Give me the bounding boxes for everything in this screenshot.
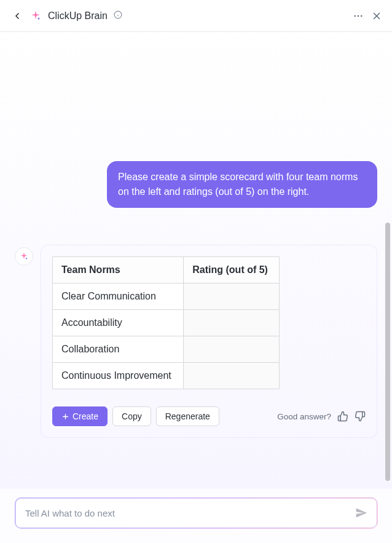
norm-cell: Clear Communication xyxy=(53,283,184,310)
svg-point-3 xyxy=(354,15,356,17)
regenerate-label: Regenerate xyxy=(165,411,210,421)
table-row: Accountability xyxy=(53,310,280,336)
plus-icon xyxy=(61,413,69,421)
sparkle-icon xyxy=(19,252,29,261)
svg-point-4 xyxy=(358,15,359,17)
scrollbar-thumb[interactable] xyxy=(385,223,390,481)
back-button[interactable] xyxy=(10,9,25,23)
table-row: Continuous Improvement xyxy=(53,363,280,389)
header-actions xyxy=(353,10,382,22)
feedback-section: Good answer? xyxy=(277,411,366,422)
thumbs-up-button[interactable] xyxy=(337,411,348,422)
copy-label: Copy xyxy=(122,411,142,421)
title-text: ClickUp Brain xyxy=(48,10,108,21)
rating-cell xyxy=(184,363,280,389)
input-wrapper xyxy=(15,497,377,528)
rating-cell xyxy=(184,283,280,310)
scorecard-table: Team Norms Rating (out of 5) Clear Commu… xyxy=(52,256,280,389)
ai-content-card: Team Norms Rating (out of 5) Clear Commu… xyxy=(41,245,377,438)
norm-cell: Continuous Improvement xyxy=(53,363,184,389)
svg-point-5 xyxy=(361,15,363,17)
header: ClickUp Brain xyxy=(0,0,392,32)
regenerate-button[interactable]: Regenerate xyxy=(156,406,219,426)
send-icon xyxy=(355,507,367,519)
more-menu-button[interactable] xyxy=(353,10,364,22)
rating-cell xyxy=(184,310,280,336)
info-icon[interactable] xyxy=(114,10,122,19)
prompt-input[interactable] xyxy=(25,508,351,518)
create-label: Create xyxy=(73,411,98,421)
chevron-left-icon xyxy=(12,11,22,21)
response-actions: Create Copy Regenerate Good answer? xyxy=(52,406,366,426)
norm-cell: Collaboration xyxy=(53,336,184,363)
norm-cell: Accountability xyxy=(53,310,184,336)
brain-sparkle-icon xyxy=(29,10,42,22)
chat-container: Please create a simple scorecard with fo… xyxy=(0,32,392,495)
thumbs-down-button[interactable] xyxy=(355,411,366,422)
copy-button[interactable]: Copy xyxy=(112,406,151,426)
close-button[interactable] xyxy=(371,10,382,22)
create-button[interactable]: Create xyxy=(52,406,108,426)
page-title: ClickUp Brain xyxy=(48,10,353,22)
input-area xyxy=(0,489,392,543)
ai-response: Team Norms Rating (out of 5) Clear Commu… xyxy=(15,245,377,438)
rating-cell xyxy=(184,336,280,363)
table-row: Collaboration xyxy=(53,336,280,363)
feedback-label: Good answer? xyxy=(277,412,331,421)
table-row: Clear Communication xyxy=(53,283,280,310)
user-message: Please create a simple scorecard with fo… xyxy=(15,161,377,208)
table-header-rating: Rating (out of 5) xyxy=(184,257,280,283)
user-bubble: Please create a simple scorecard with fo… xyxy=(107,161,377,208)
scrollbar-track xyxy=(385,32,391,495)
table-header-norms: Team Norms xyxy=(53,257,184,283)
ai-avatar xyxy=(15,247,33,266)
send-button[interactable] xyxy=(351,502,372,523)
